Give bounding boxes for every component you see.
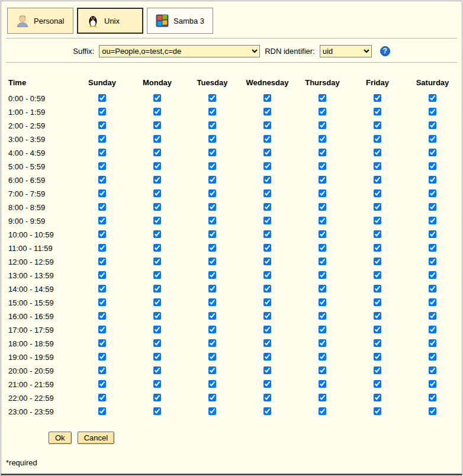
time-day-checkbox[interactable] [98, 217, 106, 224]
time-day-checkbox[interactable] [98, 285, 106, 292]
time-day-checkbox[interactable] [429, 407, 436, 415]
time-day-checkbox[interactable] [208, 94, 216, 102]
time-day-checkbox[interactable] [374, 285, 381, 292]
time-day-checkbox[interactable] [153, 394, 161, 401]
time-day-checkbox[interactable] [319, 108, 326, 115]
time-day-checkbox[interactable] [319, 312, 326, 320]
time-day-checkbox[interactable] [374, 149, 381, 156]
time-day-checkbox[interactable] [429, 326, 436, 333]
time-day-checkbox[interactable] [153, 230, 161, 238]
time-day-checkbox[interactable] [98, 271, 106, 279]
time-day-checkbox[interactable] [153, 271, 161, 279]
time-day-checkbox[interactable] [98, 312, 106, 320]
time-day-checkbox[interactable] [319, 217, 326, 224]
time-day-checkbox[interactable] [374, 135, 381, 143]
time-day-checkbox[interactable] [263, 353, 271, 361]
time-day-checkbox[interactable] [374, 271, 381, 279]
time-day-checkbox[interactable] [263, 366, 271, 374]
time-day-checkbox[interactable] [374, 407, 381, 415]
time-day-checkbox[interactable] [263, 189, 271, 197]
time-day-checkbox[interactable] [429, 244, 436, 252]
time-day-checkbox[interactable] [263, 230, 271, 238]
time-day-checkbox[interactable] [98, 380, 106, 388]
time-day-checkbox[interactable] [153, 353, 161, 361]
time-day-checkbox[interactable] [208, 312, 216, 320]
time-day-checkbox[interactable] [374, 230, 381, 238]
time-day-checkbox[interactable] [319, 271, 326, 279]
time-day-checkbox[interactable] [208, 217, 216, 224]
time-day-checkbox[interactable] [263, 108, 271, 115]
time-day-checkbox[interactable] [374, 298, 381, 306]
time-day-checkbox[interactable] [374, 94, 381, 102]
time-day-checkbox[interactable] [98, 326, 106, 333]
time-day-checkbox[interactable] [263, 394, 271, 401]
time-day-checkbox[interactable] [429, 108, 436, 115]
time-day-checkbox[interactable] [374, 326, 381, 333]
time-day-checkbox[interactable] [98, 108, 106, 115]
time-day-checkbox[interactable] [374, 366, 381, 374]
time-day-checkbox[interactable] [374, 203, 381, 211]
time-day-checkbox[interactable] [208, 108, 216, 115]
time-day-checkbox[interactable] [98, 189, 106, 197]
time-day-checkbox[interactable] [374, 217, 381, 224]
time-day-checkbox[interactable] [429, 353, 436, 361]
time-day-checkbox[interactable] [153, 189, 161, 197]
time-day-checkbox[interactable] [319, 394, 326, 401]
time-day-checkbox[interactable] [319, 203, 326, 211]
time-day-checkbox[interactable] [429, 162, 436, 170]
time-day-checkbox[interactable] [263, 135, 271, 143]
time-day-checkbox[interactable] [208, 353, 216, 361]
time-day-checkbox[interactable] [319, 230, 326, 238]
time-day-checkbox[interactable] [263, 285, 271, 292]
time-day-checkbox[interactable] [263, 258, 271, 265]
time-day-checkbox[interactable] [153, 108, 161, 115]
time-day-checkbox[interactable] [374, 189, 381, 197]
suffix-select[interactable]: ou=People,o=test,c=de [99, 45, 260, 57]
time-day-checkbox[interactable] [208, 285, 216, 292]
time-day-checkbox[interactable] [153, 176, 161, 184]
time-day-checkbox[interactable] [429, 203, 436, 211]
time-day-checkbox[interactable] [98, 135, 106, 143]
time-day-checkbox[interactable] [153, 380, 161, 388]
time-day-checkbox[interactable] [153, 149, 161, 156]
time-day-checkbox[interactable] [263, 176, 271, 184]
tab-unix[interactable]: Unix [77, 8, 143, 34]
time-day-checkbox[interactable] [153, 366, 161, 374]
time-day-checkbox[interactable] [153, 121, 161, 129]
time-day-checkbox[interactable] [429, 149, 436, 156]
time-day-checkbox[interactable] [263, 94, 271, 102]
time-day-checkbox[interactable] [208, 366, 216, 374]
time-day-checkbox[interactable] [208, 121, 216, 129]
time-day-checkbox[interactable] [319, 176, 326, 184]
time-day-checkbox[interactable] [153, 285, 161, 292]
time-day-checkbox[interactable] [98, 162, 106, 170]
ok-button[interactable]: Ok [49, 432, 72, 444]
time-day-checkbox[interactable] [374, 244, 381, 252]
time-day-checkbox[interactable] [319, 121, 326, 129]
time-day-checkbox[interactable] [319, 135, 326, 143]
time-day-checkbox[interactable] [319, 258, 326, 265]
time-day-checkbox[interactable] [153, 258, 161, 265]
time-day-checkbox[interactable] [208, 162, 216, 170]
time-day-checkbox[interactable] [319, 244, 326, 252]
time-day-checkbox[interactable] [374, 108, 381, 115]
time-day-checkbox[interactable] [319, 162, 326, 170]
time-day-checkbox[interactable] [98, 121, 106, 129]
time-day-checkbox[interactable] [374, 162, 381, 170]
time-day-checkbox[interactable] [374, 394, 381, 401]
time-day-checkbox[interactable] [153, 217, 161, 224]
time-day-checkbox[interactable] [208, 135, 216, 143]
time-day-checkbox[interactable] [374, 339, 381, 347]
time-day-checkbox[interactable] [429, 189, 436, 197]
time-day-checkbox[interactable] [429, 271, 436, 279]
time-day-checkbox[interactable] [429, 366, 436, 374]
time-day-checkbox[interactable] [208, 339, 216, 347]
time-day-checkbox[interactable] [429, 230, 436, 238]
time-day-checkbox[interactable] [429, 312, 436, 320]
time-day-checkbox[interactable] [263, 271, 271, 279]
time-day-checkbox[interactable] [208, 203, 216, 211]
time-day-checkbox[interactable] [208, 407, 216, 415]
time-day-checkbox[interactable] [429, 121, 436, 129]
time-day-checkbox[interactable] [153, 94, 161, 102]
time-day-checkbox[interactable] [98, 394, 106, 401]
